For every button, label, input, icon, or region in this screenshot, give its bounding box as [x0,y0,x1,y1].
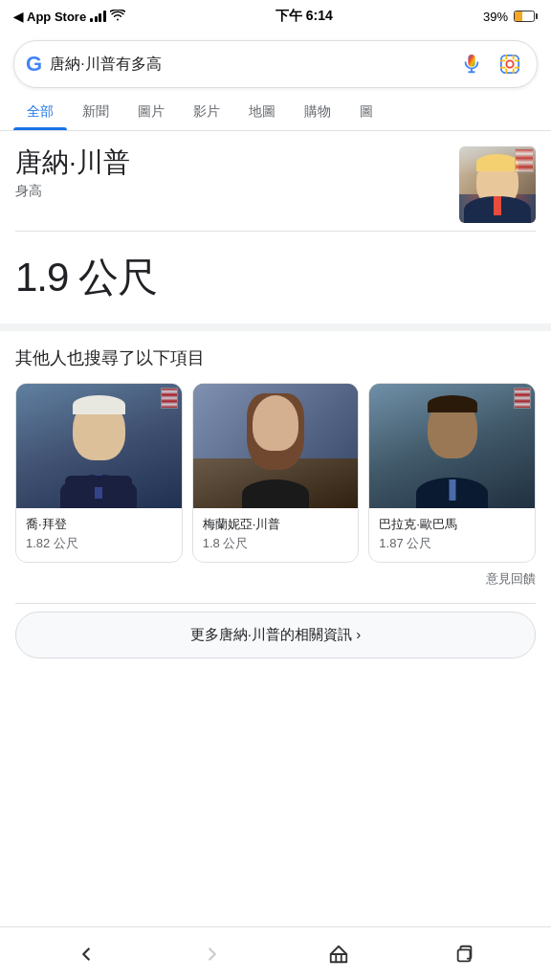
obama-name: 巴拉克·歐巴馬 [379,516,525,533]
tab-maps[interactable]: 地圖 [235,96,289,130]
person-card-obama[interactable]: 巴拉克·歐巴馬 1.87 公尺 [368,383,536,563]
search-query-text: 唐納·川普有多高 [50,55,449,75]
status-bar: ◀ App Store 下午 6:14 39% [0,0,551,31]
melania-image [193,384,359,508]
nav-forward-button[interactable] [191,933,233,975]
tab-all[interactable]: 全部 [13,96,67,130]
subject-name: 唐納·川普 [15,146,130,179]
melania-info: 梅蘭妮亞·川普 1.8 公尺 [193,508,359,562]
tab-news[interactable]: 新聞 [69,96,122,130]
height-value: 1.9 公尺 [15,251,536,304]
search-tabs: 全部 新聞 圖片 影片 地圖 購物 圖 [0,96,551,131]
main-content: 唐納·川普 身高 1.9 公尺 其他人也搜尋了以下項目 [0,131,551,731]
tab-images[interactable]: 圖片 [124,96,178,130]
tab-more[interactable]: 圖 [346,96,386,130]
back-arrow-icon: ◀ [13,10,23,24]
status-right: 39% [483,10,538,24]
bottom-spacer [0,674,551,731]
lens-icon[interactable] [495,49,525,79]
svg-point-3 [506,60,513,67]
nav-tabs-button[interactable] [444,933,486,975]
height-result: 1.9 公尺 [0,232,551,323]
obama-image [369,384,535,508]
mic-icon[interactable] [456,49,487,79]
subject-info: 唐納·川普 身高 [15,146,130,200]
status-carrier: ◀ App Store [13,10,125,24]
subject-thumbnail[interactable] [459,146,536,223]
obama-info: 巴拉克·歐巴馬 1.87 公尺 [369,508,535,562]
tab-videos[interactable]: 影片 [180,96,233,130]
status-time: 下午 6:14 [276,8,333,25]
svg-rect-2 [501,56,518,73]
bottom-navigation [0,926,551,980]
person-card-melania[interactable]: 梅蘭妮亞·川普 1.8 公尺 [192,383,360,563]
melania-name: 梅蘭妮亞·川普 [203,516,349,533]
svg-rect-4 [331,954,347,962]
search-bar[interactable]: G 唐納·川普有多高 [13,40,538,88]
subject-category: 身高 [15,183,130,200]
more-info-button[interactable]: 更多唐納·川普的相關資訊 › [15,612,536,658]
melania-height: 1.8 公尺 [203,535,349,552]
feedback-label[interactable]: 意見回饋 [486,571,536,586]
search-bar-container: G 唐納·川普有多高 [0,31,551,96]
svg-rect-5 [458,949,471,961]
tab-shopping[interactable]: 購物 [291,96,344,130]
more-info-label: 更多唐納·川普的相關資訊 › [190,626,361,642]
subject-header: 唐納·川普 身高 [0,131,551,231]
person-cards-row: 喬·拜登 1.82 公尺 [0,383,551,563]
battery-icon [514,11,538,22]
biden-name: 喬·拜登 [26,516,172,533]
person-card-biden[interactable]: 喬·拜登 1.82 公尺 [15,383,183,563]
divider-2 [15,603,536,604]
section-divider [0,323,551,331]
feedback-row: 意見回饋 [0,563,551,595]
biden-height: 1.82 公尺 [26,535,172,552]
biden-image [16,384,182,508]
carrier-label: App Store [27,10,86,24]
battery-percent: 39% [483,10,508,24]
also-searched-title: 其他人也搜尋了以下項目 [0,346,551,383]
nav-back-button[interactable] [65,933,107,975]
also-searched-section: 其他人也搜尋了以下項目 [0,331,551,603]
obama-height: 1.87 公尺 [379,535,525,552]
nav-home-button[interactable] [318,933,360,975]
google-logo: G [26,52,42,77]
wifi-icon [110,10,125,24]
signal-icon [90,11,106,22]
biden-info: 喬·拜登 1.82 公尺 [16,508,182,562]
